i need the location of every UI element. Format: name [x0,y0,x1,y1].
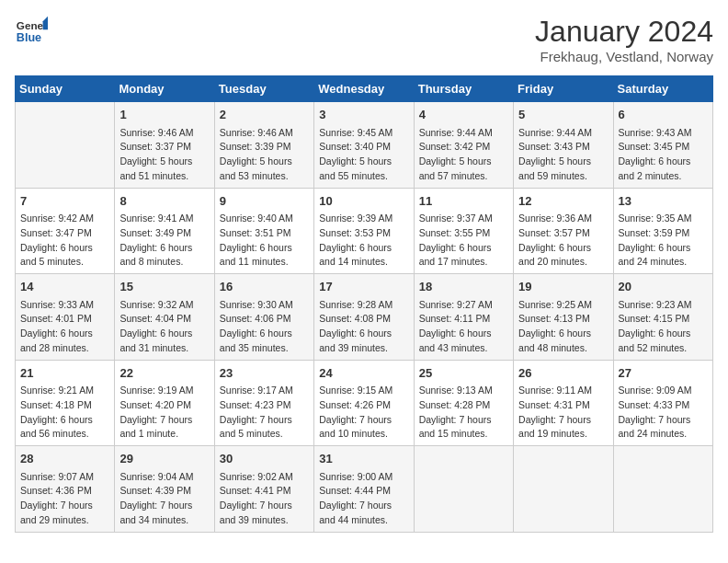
day-number: 30 [220,450,309,468]
cell-text: Sunrise: 9:15 AM [319,384,408,398]
calendar-cell: 11Sunrise: 9:37 AMSunset: 3:55 PMDayligh… [414,188,513,274]
cell-text: Daylight: 7 hours [619,413,708,428]
cell-text: Daylight: 7 hours [119,499,209,513]
day-number: 28 [20,450,109,468]
day-number: 20 [619,278,708,296]
calendar-cell [613,446,712,533]
cell-text: Sunset: 4:31 PM [518,398,608,413]
day-number: 29 [119,450,209,468]
cell-text: Sunset: 3:51 PM [220,226,309,241]
cell-text: and 35 minutes. [220,341,309,356]
calendar-cell: 22Sunrise: 9:19 AMSunset: 4:20 PMDayligh… [115,360,214,446]
cell-text: Daylight: 6 hours [20,241,109,256]
cell-text: Sunrise: 9:04 AM [119,470,209,485]
column-header-monday: Monday [115,76,214,102]
cell-text: Daylight: 7 hours [319,413,408,428]
cell-text: Sunset: 4:08 PM [319,312,408,327]
calendar-cell: 18Sunrise: 9:27 AMSunset: 4:11 PMDayligh… [414,274,513,361]
cell-text: and 52 minutes. [619,341,708,356]
cell-text: Sunset: 3:37 PM [119,140,209,155]
calendar-cell: 1Sunrise: 9:46 AMSunset: 3:37 PMDaylight… [115,102,214,189]
cell-text: Sunset: 3:49 PM [119,226,209,241]
cell-text: Daylight: 5 hours [220,155,309,169]
cell-text: Sunrise: 9:46 AM [220,126,309,141]
day-number: 22 [119,364,209,383]
calendar-cell: 21Sunrise: 9:21 AMSunset: 4:18 PMDayligh… [16,360,115,446]
cell-text: Daylight: 6 hours [319,327,408,341]
cell-text: and 39 minutes. [220,513,309,528]
calendar-cell: 13Sunrise: 9:35 AMSunset: 3:59 PMDayligh… [613,188,712,274]
cell-text: Daylight: 5 hours [419,155,508,169]
cell-text: Daylight: 6 hours [619,155,708,169]
cell-text: and 24 minutes. [619,427,708,442]
cell-text: and 44 minutes. [319,513,408,528]
cell-text: and 20 minutes. [518,255,608,270]
cell-text: Sunrise: 9:30 AM [220,298,309,313]
cell-text: Daylight: 7 hours [220,499,309,513]
calendar-cell: 31Sunrise: 9:00 AMSunset: 4:44 PMDayligh… [314,446,414,533]
cell-text: Sunset: 3:57 PM [518,226,608,241]
week-row-1: 1Sunrise: 9:46 AMSunset: 3:37 PMDaylight… [16,102,713,189]
cell-text: Sunset: 3:39 PM [220,140,309,155]
day-number: 18 [419,278,508,296]
day-number: 1 [119,106,209,124]
day-number: 21 [20,364,109,383]
cell-text: Sunrise: 9:23 AM [619,298,708,313]
cell-text: Daylight: 6 hours [419,241,508,256]
day-number: 25 [419,364,508,383]
day-number: 6 [619,106,708,124]
calendar-cell: 16Sunrise: 9:30 AMSunset: 4:06 PMDayligh… [214,274,313,361]
cell-text: and 5 minutes. [20,255,109,270]
cell-text: Daylight: 6 hours [518,327,608,341]
calendar-cell: 24Sunrise: 9:15 AMSunset: 4:26 PMDayligh… [314,360,414,446]
week-row-3: 14Sunrise: 9:33 AMSunset: 4:01 PMDayligh… [16,274,713,361]
day-number: 24 [319,364,408,383]
cell-text: and 5 minutes. [220,427,309,442]
calendar-cell [414,446,513,533]
day-number: 2 [220,106,309,124]
cell-text: and 11 minutes. [220,255,309,270]
day-number: 19 [518,278,608,296]
page-subtitle: Frekhaug, Vestland, Norway [535,49,713,64]
cell-text: Sunrise: 9:41 AM [119,212,209,226]
cell-text: Daylight: 6 hours [319,241,408,256]
cell-text: Daylight: 6 hours [220,241,309,256]
cell-text: and 8 minutes. [119,255,209,270]
cell-text: Sunset: 4:36 PM [20,484,109,499]
cell-text: and 14 minutes. [319,255,408,270]
calendar-cell: 10Sunrise: 9:39 AMSunset: 3:53 PMDayligh… [314,188,414,274]
cell-text: Daylight: 6 hours [619,327,708,341]
cell-text: Sunset: 4:33 PM [619,398,708,413]
day-number: 26 [518,364,608,383]
cell-text: Sunset: 3:55 PM [419,226,508,241]
cell-text: Sunrise: 9:17 AM [220,384,309,398]
cell-text: Sunrise: 9:43 AM [619,126,708,141]
cell-text: Daylight: 6 hours [119,241,209,256]
day-number: 15 [119,278,209,296]
cell-text: Sunset: 4:15 PM [619,312,708,327]
cell-text: and 19 minutes. [518,427,608,442]
calendar-cell: 20Sunrise: 9:23 AMSunset: 4:15 PMDayligh… [613,274,712,361]
cell-text: Sunrise: 9:42 AM [20,212,109,226]
cell-text: Sunset: 4:06 PM [220,312,309,327]
cell-text: Sunset: 3:47 PM [20,226,109,241]
cell-text: and 34 minutes. [119,513,209,528]
calendar-cell: 14Sunrise: 9:33 AMSunset: 4:01 PMDayligh… [16,274,115,361]
column-header-friday: Friday [514,76,613,102]
cell-text: Daylight: 7 hours [20,499,109,513]
day-number: 3 [319,106,408,124]
calendar-cell: 4Sunrise: 9:44 AMSunset: 3:42 PMDaylight… [414,102,513,189]
cell-text: Sunrise: 9:37 AM [419,212,508,226]
logo-icon: General Blue [15,15,48,48]
day-number: 31 [319,450,408,468]
cell-text: Sunrise: 9:09 AM [619,384,708,398]
cell-text: Sunset: 4:39 PM [119,484,209,499]
cell-text: and 43 minutes. [419,341,508,356]
cell-text: Sunrise: 9:13 AM [419,384,508,398]
cell-text: Daylight: 7 hours [518,413,608,428]
calendar-cell: 23Sunrise: 9:17 AMSunset: 4:23 PMDayligh… [214,360,313,446]
calendar-cell: 19Sunrise: 9:25 AMSunset: 4:13 PMDayligh… [514,274,613,361]
cell-text: and 17 minutes. [419,255,508,270]
cell-text: Sunset: 3:42 PM [419,140,508,155]
column-header-tuesday: Tuesday [214,76,313,102]
